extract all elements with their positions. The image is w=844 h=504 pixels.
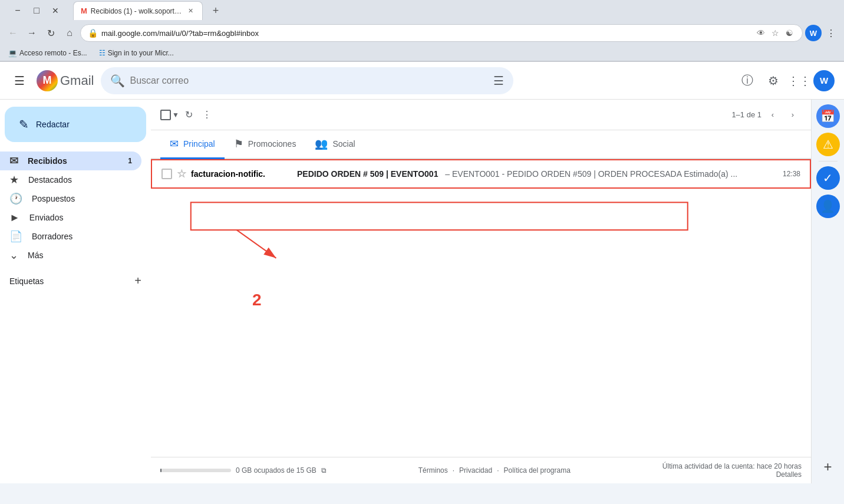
secure-icon: 🔒 — [88, 28, 98, 38]
search-bar[interactable]: 🔍 ☰ — [101, 67, 513, 94]
sep2: · — [497, 466, 499, 475]
profile-avatar[interactable]: W — [805, 25, 822, 41]
gmail-body: ✎ Redactar ✉ Recibidos 1 ★ Destacados 🕐 … — [0, 100, 844, 483]
help-button[interactable]: ⓘ — [736, 69, 759, 93]
settings-button[interactable]: ⚙ — [761, 69, 785, 93]
prev-page-button[interactable]: ‹ — [764, 106, 782, 124]
eye-icon[interactable]: 👁 — [755, 27, 767, 39]
email-checkbox[interactable] — [161, 169, 172, 179]
select-all-area[interactable]: ▼ — [160, 110, 179, 120]
search-filter-icon[interactable]: ☰ — [493, 74, 504, 88]
sidebar-item-borradores[interactable]: 📄 Borradores — [0, 227, 141, 246]
search-input[interactable] — [130, 75, 489, 86]
home-button[interactable]: ⌂ — [61, 25, 78, 41]
details-link[interactable]: Detalles — [662, 470, 802, 479]
gmail-header: ☰ M Gmail 🔍 ☰ ⓘ ⚙ ⋮⋮ W — [0, 62, 844, 100]
send-icon: ► — [9, 212, 20, 224]
expand-icon: ⌄ — [9, 249, 18, 262]
hamburger-menu[interactable]: ☰ — [9, 69, 29, 93]
inbox-icon: ✉ — [9, 154, 18, 167]
sidebar-label-destacados: Destacados — [28, 175, 132, 185]
sidebar-item-enviados[interactable]: ► Enviados — [0, 208, 141, 227]
user-avatar[interactable]: W — [813, 70, 835, 91]
add-etiqueta-button[interactable]: + — [134, 274, 141, 288]
sidebar-item-destacados[interactable]: ★ Destacados — [0, 170, 141, 189]
footer-links: Términos · Privacidad · Política del pro… — [418, 466, 571, 475]
search-icon: 🔍 — [110, 74, 125, 88]
browser-tab[interactable]: M Recibidos (1) - wolk.soportere... ✕ — [73, 1, 203, 20]
compose-label: Redactar — [36, 120, 70, 129]
policy-link[interactable]: Política del programa — [503, 466, 570, 475]
bookmark-1-label: Acceso remoto - Es... — [19, 49, 87, 57]
terms-link[interactable]: Términos — [418, 466, 448, 475]
email-list: ☆ facturacion-notific. PEDIDO ORDEN # 50… — [151, 159, 811, 457]
social-tab-icon: 👥 — [315, 137, 328, 150]
sidebar-label-borradores: Borradores — [32, 232, 132, 241]
rp-tasks-icon[interactable]: ✓ — [816, 166, 840, 190]
activity-area: Última actividad de la cuenta: hace 20 h… — [662, 462, 802, 479]
main-content: ▼ ↻ ⋮ 1–1 de 1 ‹ › ✉ Principal ⚑ Promo — [151, 100, 811, 483]
email-subject: PEDIDO ORDEN # 509 | EVENTO001 – EVENTO0… — [297, 169, 766, 179]
tab-favicon: M — [81, 6, 87, 15]
bookmark-1[interactable]: 💻 Acceso remoto - Es... — [5, 48, 91, 58]
browser-close[interactable]: ✕ — [47, 2, 64, 19]
back-button[interactable]: ← — [5, 25, 21, 41]
email-row[interactable]: ☆ facturacion-notific. PEDIDO ORDEN # 50… — [151, 159, 811, 189]
profile-browser-icon[interactable]: W — [805, 25, 822, 41]
sidebar-label-pospuestos: Pospuestos — [32, 194, 132, 203]
refresh-button[interactable]: ↻ — [182, 106, 196, 124]
bookmark-2-favicon: ☷ — [99, 49, 106, 57]
rp-contacts-icon[interactable]: 👤 — [816, 195, 840, 218]
gmail-logo[interactable]: M Gmail — [37, 70, 94, 91]
next-page-button[interactable]: › — [784, 106, 802, 124]
tab-principal[interactable]: ✉ Principal — [160, 130, 225, 159]
sidebar-item-pospuestos[interactable]: 🕐 Pospuestos — [0, 189, 141, 208]
email-snippet: – EVENTO001 - PEDIDO ORDEN #509 | ORDEN … — [445, 169, 737, 179]
email-star[interactable]: ☆ — [177, 167, 186, 180]
sidebar-item-mas[interactable]: ⌄ Más — [0, 246, 141, 265]
star-icon[interactable]: ☆ — [769, 27, 781, 39]
compose-button[interactable]: ✎ Redactar — [5, 107, 146, 142]
browser-minimize[interactable]: − — [9, 2, 26, 19]
rp-notes-icon[interactable]: ⚠ — [816, 133, 840, 156]
storage-link-icon[interactable]: ⧉ — [321, 466, 327, 475]
email-subject-text: PEDIDO ORDEN # 509 | EVENTO001 — [297, 169, 438, 179]
address-bar-row: ← → ↻ ⌂ 🔒 mail.google.com/mail/u/0/?tab=… — [0, 21, 844, 45]
recibidos-badge: 1 — [128, 157, 132, 165]
sidebar-item-recibidos[interactable]: ✉ Recibidos 1 — [0, 151, 141, 170]
more-toolbar-button[interactable]: ⋮ — [199, 106, 215, 124]
extensions-icon[interactable]: ☯ — [783, 27, 795, 39]
forward-button[interactable]: → — [24, 25, 40, 41]
privacy-link[interactable]: Privacidad — [459, 466, 492, 475]
address-bar[interactable]: 🔒 mail.google.com/mail/u/0/?tab=rm&ogbl#… — [80, 24, 803, 42]
more-icon[interactable]: ⋮ — [823, 25, 839, 41]
browser-right-icons: W ⋮ — [805, 25, 839, 41]
rp-add-button[interactable]: + — [816, 455, 840, 479]
bookmark-1-favicon: 💻 — [8, 49, 17, 57]
email-sender: facturacion-notific. — [191, 169, 297, 179]
bookmark-2[interactable]: ☷ Sign in to your Micr... — [95, 48, 177, 58]
browser-maximize[interactable]: □ — [28, 2, 45, 19]
tab-social[interactable]: 👥 Social — [305, 130, 364, 159]
apps-button[interactable]: ⋮⋮ — [787, 69, 811, 93]
etiquetas-label: Etiquetas — [9, 276, 44, 286]
sidebar: ✎ Redactar ✉ Recibidos 1 ★ Destacados 🕐 … — [0, 100, 151, 483]
bookmark-2-label: Sign in to your Micr... — [108, 49, 174, 57]
tab-promociones[interactable]: ⚑ Promociones — [225, 130, 306, 159]
principal-tab-icon: ✉ — [170, 137, 179, 150]
inbox-tabs: ✉ Principal ⚑ Promociones 👥 Social — [151, 130, 811, 159]
tab-promociones-label: Promociones — [248, 139, 296, 149]
sidebar-label-mas: Más — [28, 251, 132, 260]
rp-calendar-icon[interactable]: 📅 — [816, 104, 840, 128]
bookmarks-bar: 💻 Acceso remoto - Es... ☷ Sign in to you… — [0, 45, 844, 61]
reload-button[interactable]: ↻ — [42, 25, 59, 41]
tab-close-btn[interactable]: ✕ — [186, 6, 195, 16]
select-dropdown-icon[interactable]: ▼ — [172, 111, 179, 119]
new-tab-button[interactable]: + — [207, 2, 224, 19]
storage-fill — [160, 469, 161, 472]
gmail-app: ☰ M Gmail 🔍 ☰ ⓘ ⚙ ⋮⋮ W ✎ Redactar ✉ Rec — [0, 62, 844, 483]
star-nav-icon: ★ — [9, 173, 19, 186]
draft-icon: 📄 — [9, 230, 22, 243]
tab-title: Recibidos (1) - wolk.soportere... — [91, 7, 183, 15]
select-all-checkbox[interactable] — [160, 110, 171, 120]
